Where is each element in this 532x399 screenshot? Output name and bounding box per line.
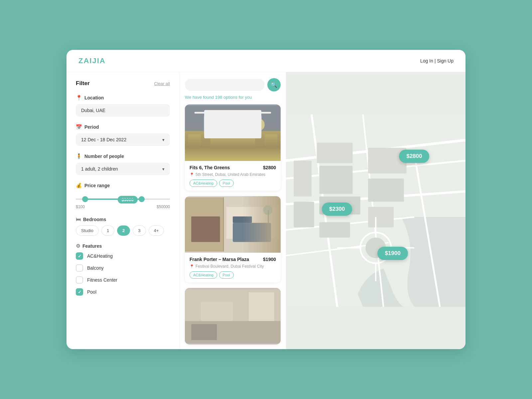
checkbox-ac-heating[interactable]: ✓ [76, 252, 83, 260]
svg-rect-19 [249, 292, 274, 324]
svg-point-7 [252, 118, 265, 131]
bedrooms-label: 🛏 Bedrooms [76, 216, 170, 222]
listing-title-row-2: Frank Porter – Marsa Plaza $1900 [190, 257, 276, 262]
svg-point-15 [263, 205, 273, 215]
location-input[interactable] [76, 104, 170, 117]
map-price-2300[interactable]: $2300 [322, 202, 352, 216]
checkbox-fitness-center[interactable] [76, 276, 83, 284]
checkbox-balcony[interactable] [76, 264, 83, 272]
period-dropdown[interactable]: 12 Dec - 18 Dec 2022 ▾ [76, 133, 170, 146]
listing-address-1: 📍 5th Street, Dubai, United Arab Emirate… [190, 172, 276, 177]
listing-title-2: Frank Porter – Marsa Plaza [190, 257, 249, 262]
location-label: 📍 Location [76, 95, 170, 101]
bedroom-btn-4plus[interactable]: 4+ [149, 225, 164, 236]
bedrooms-section: 🛏 Bedrooms Studio 1 2 3 4+ [76, 216, 170, 236]
location-section: 📍 Location [76, 95, 170, 117]
svg-rect-0 [185, 105, 281, 160]
svg-rect-38 [319, 222, 350, 237]
feature-ac-heating: ✓ AC&Heating [76, 252, 170, 260]
svg-rect-13 [233, 223, 271, 242]
features-label: ⚙ Features [76, 243, 170, 249]
map-price-2800[interactable]: $2800 [399, 150, 429, 163]
address-pin-icon-1: 📍 [190, 173, 194, 177]
svg-rect-39 [294, 161, 312, 197]
bedroom-btn-1[interactable]: 1 [101, 225, 114, 236]
svg-rect-3 [204, 115, 262, 134]
search-input[interactable] [185, 79, 265, 91]
people-icon: 🧍 [76, 153, 82, 159]
feature-label-pool: Pool [87, 289, 96, 295]
price-thumb-left[interactable] [82, 196, 88, 202]
chevron-down-icon: ▾ [162, 137, 165, 142]
svg-rect-5 [188, 134, 201, 154]
listing-info-1: Fits 6, The Greens $2800 📍 5th Street, D… [185, 161, 281, 191]
search-icon: 🔍 [271, 82, 277, 88]
svg-rect-22 [201, 302, 233, 321]
listing-photo-svg-3 [185, 288, 281, 344]
sidebar: Filter Clear all 📍 Location 📅 Period 12 … [66, 72, 180, 349]
header: ZAIJIA Log In | Sign Up [66, 50, 466, 72]
price-range-label: 💰 Price range [76, 183, 170, 189]
price-track [76, 199, 170, 200]
svg-rect-10 [223, 197, 224, 251]
listing-photo-2 [185, 196, 281, 253]
content-area: 🔍 We have found 198 options for you [180, 72, 466, 349]
svg-rect-32 [317, 143, 353, 163]
features-section: ⚙ Features ✓ AC&Heating Balcony Fitness … [76, 243, 170, 296]
listing-price-2: $1900 [263, 257, 276, 262]
location-icon: 📍 [76, 95, 82, 101]
feature-label-ac-heating: AC&Heating [87, 253, 113, 259]
tag-pool-2: Pool [219, 271, 234, 279]
people-label: 🧍 Number of people [76, 153, 170, 159]
map-price-1900[interactable]: $1900 [377, 247, 408, 260]
feature-label-balcony: Balcony [87, 265, 104, 271]
clear-all-button[interactable]: Clear all [154, 81, 170, 86]
tag-ac-1: AC&Heating [190, 180, 217, 187]
results-count: We have found 198 options for you [185, 95, 281, 100]
bedroom-btn-studio[interactable]: Studio [76, 225, 99, 236]
svg-rect-37 [368, 207, 394, 227]
price-fill [85, 199, 142, 200]
svg-rect-4 [210, 137, 255, 153]
listing-card-3[interactable] [185, 288, 281, 344]
listing-tags-1: AC&Heating Pool [190, 180, 276, 187]
svg-rect-33 [319, 166, 352, 194]
calendar-icon: 📅 [76, 124, 82, 130]
auth-links[interactable]: Log In | Sign Up [420, 58, 454, 64]
checkmark-ac: ✓ [78, 254, 81, 259]
listing-photo-1 [185, 104, 281, 161]
listing-card-1[interactable]: Fits 6, The Greens $2800 📍 5th Street, D… [185, 104, 281, 191]
listing-photo-svg-2 [185, 196, 281, 253]
price-range-container: $3000 $100 $50000 [76, 199, 170, 209]
listing-tags-2: AC&Heating Pool [190, 271, 276, 279]
people-dropdown[interactable]: 1 adult, 2 children ▾ [76, 163, 170, 175]
feature-fitness-center: Fitness Center [76, 276, 170, 284]
listing-photo-3 [185, 288, 281, 344]
price-max: $50000 [157, 204, 170, 209]
bedroom-options: Studio 1 2 3 4+ [76, 225, 170, 236]
bedroom-btn-2[interactable]: 2 [117, 225, 130, 236]
search-button[interactable]: 🔍 [267, 78, 281, 91]
search-bar-container: 🔍 [185, 78, 281, 91]
listing-card-2[interactable]: Frank Porter – Marsa Plaza $1900 📍 Festi… [185, 196, 281, 283]
chevron-down-icon-people: ▾ [162, 167, 165, 172]
feature-balcony: Balcony [76, 264, 170, 272]
svg-rect-12 [191, 216, 220, 242]
svg-rect-16 [268, 210, 269, 223]
listing-info-2: Frank Porter – Marsa Plaza $1900 📍 Festi… [185, 253, 281, 283]
listing-price-1: $2800 [263, 165, 276, 170]
people-section: 🧍 Number of people 1 adult, 2 children ▾ [76, 153, 170, 175]
price-thumb-right[interactable] [139, 196, 145, 202]
price-range-section: 💰 Price range $3000 $100 $50000 [76, 183, 170, 209]
svg-rect-6 [265, 134, 277, 154]
bedroom-btn-3[interactable]: 3 [133, 225, 146, 236]
checkbox-pool[interactable]: ✓ [76, 288, 83, 296]
filter-header: Filter Clear all [76, 80, 170, 87]
listing-title-1: Fits 6, The Greens [190, 165, 230, 170]
main-layout: Filter Clear all 📍 Location 📅 Period 12 … [66, 72, 466, 349]
svg-rect-14 [233, 216, 252, 223]
svg-rect-40 [294, 202, 314, 227]
tag-pool-1: Pool [219, 180, 234, 187]
period-label: 📅 Period [76, 124, 170, 130]
listing-title-row-1: Fits 6, The Greens $2800 [190, 165, 276, 170]
